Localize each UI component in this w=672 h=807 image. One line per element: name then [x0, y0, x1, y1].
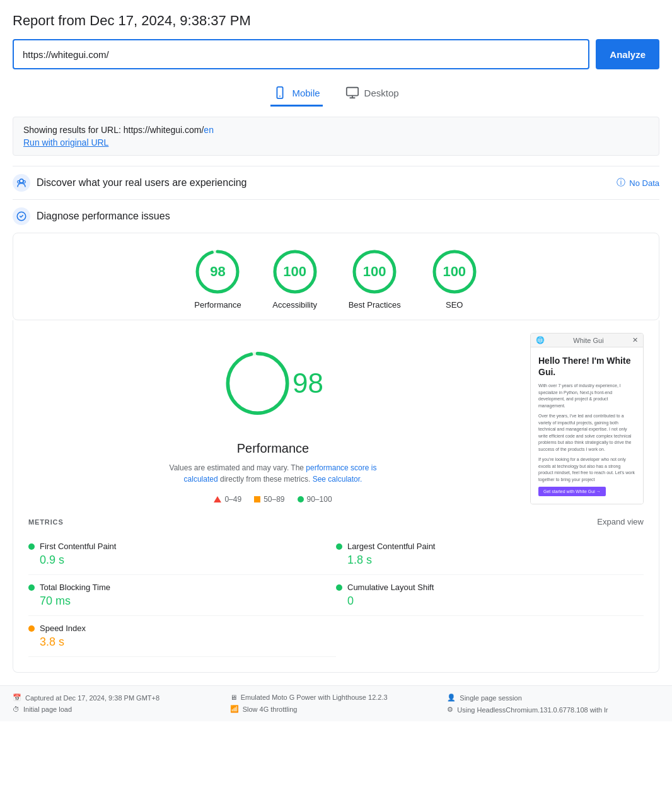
metric-tbt-name-row: Total Blocking Time — [28, 583, 336, 592]
info-text-prefix: Showing results for URL: https://whitegu… — [23, 125, 204, 135]
big-performance-ring — [223, 333, 293, 434]
score-accessibility[interactable]: 100 Accessibility — [272, 248, 318, 310]
metric-cls-name-row: Cumulative Layout Shift — [336, 583, 644, 592]
diagnose-title: Diagnose performance issues — [37, 211, 170, 222]
metric-si: Speed Index 3.8 s — [28, 616, 336, 657]
metrics-label: METRICS — [28, 518, 64, 526]
timer-icon: ⏱ — [13, 705, 20, 713]
svg-point-1 — [279, 96, 281, 97]
perf-desc: Values are estimated and may vary. The p… — [166, 462, 380, 485]
footer-captured-text: Captured at Dec 17, 2024, 9:38 PM GMT+8 — [25, 694, 159, 702]
footer-emulated: 🖥 Emulated Moto G Power with Lighthouse … — [230, 694, 443, 701]
tab-mobile[interactable]: Mobile — [270, 81, 322, 107]
run-original-url-link[interactable]: Run with original URL — [23, 137, 649, 148]
no-data-badge: No Data — [629, 178, 659, 188]
score-best-practices[interactable]: 100 Best Practices — [349, 248, 401, 310]
info-banner: Showing results for URL: https://whitegu… — [13, 117, 659, 156]
metric-lcp-value: 1.8 s — [347, 554, 644, 567]
metric-lcp-label: Largest Contentful Paint — [347, 542, 435, 551]
screenshot-cta-button[interactable]: Get started with White Gui → — [538, 487, 606, 496]
metric-lcp: Largest Contentful Paint 1.8 s — [336, 534, 644, 575]
see-calculator-link[interactable]: See calculator. — [313, 475, 362, 484]
metric-lcp-name-row: Largest Contentful Paint — [336, 542, 644, 551]
metrics-grid: First Contentful Paint 0.9 s Largest Con… — [28, 534, 644, 657]
screenshot-body1: With over 7 years of industry experience… — [538, 383, 635, 409]
legend-poor: 0–49 — [214, 495, 241, 504]
url-input[interactable] — [13, 39, 589, 69]
big-performance-value: 98 — [293, 368, 323, 399]
screenshot-site-name: White Gui — [573, 337, 603, 344]
metric-si-value: 3.8 s — [40, 636, 336, 649]
screenshot-close: ✕ — [632, 336, 638, 344]
metric-si-dot — [28, 625, 35, 632]
metric-cls-value: 0 — [347, 595, 644, 608]
desktop-tab-label: Desktop — [364, 88, 399, 98]
legend-row: 0–49 50–89 90–100 — [214, 495, 332, 504]
screenshot-site-icon: 🌐 — [536, 336, 545, 344]
legend-poor-range: 0–49 — [224, 495, 241, 504]
metric-tbt-label: Total Blocking Time — [40, 583, 110, 592]
perf-desc-prefix: Values are estimated and may vary. The — [170, 463, 306, 472]
accessibility-circle: 100 — [272, 248, 318, 295]
screenshot-heading: Hello There! I'm White Gui. — [538, 355, 635, 378]
footer-captured: 📅 Captured at Dec 17, 2024, 9:38 PM GMT+… — [13, 694, 225, 702]
perf-main: 98 Performance Values are estimated and … — [28, 333, 644, 504]
no-data-area: ⓘ No Data — [617, 177, 659, 189]
metric-fcp-name-row: First Contentful Paint — [28, 542, 336, 551]
best-practices-label: Best Practices — [349, 300, 401, 310]
metric-lcp-dot — [336, 543, 342, 550]
desktop-icon — [345, 86, 359, 100]
monitor-icon: 🖥 — [230, 694, 237, 701]
real-users-title: Discover what your real users are experi… — [37, 177, 246, 189]
svg-point-3 — [20, 179, 23, 183]
metric-tbt: Total Blocking Time 70 ms — [28, 575, 336, 616]
accessibility-score: 100 — [283, 264, 306, 280]
seo-circle: 100 — [431, 248, 478, 295]
footer-initial-load: ⏱ Initial page load — [13, 705, 225, 713]
tab-desktop[interactable]: Desktop — [343, 81, 402, 107]
perf-desc-end: directly from these metrics. — [218, 475, 313, 484]
score-performance[interactable]: 98 Performance — [194, 248, 241, 310]
chrome-icon: ⚙ — [447, 705, 453, 714]
legend-dot-icon — [298, 496, 304, 502]
footer-throttling-text: Slow 4G throttling — [243, 705, 298, 713]
report-title: Report from Dec 17, 2024, 9:38:37 PM — [13, 13, 659, 29]
svg-point-5 — [23, 181, 26, 183]
footer-emulated-text: Emulated Moto G Power with Lighthouse 12… — [241, 694, 388, 701]
metric-tbt-dot — [28, 584, 35, 591]
metric-cls-dot — [336, 584, 342, 591]
analyze-button[interactable]: Analyze — [596, 39, 659, 69]
info-link[interactable]: en — [204, 125, 214, 135]
svg-point-16 — [228, 354, 287, 413]
score-seo[interactable]: 100 SEO — [431, 248, 478, 310]
screenshot-body: Hello There! I'm White Gui. With over 7 … — [531, 347, 643, 504]
metrics-header: METRICS Expand view — [28, 517, 644, 526]
legend-triangle-icon — [214, 496, 221, 502]
footer-session-text: Single page session — [460, 694, 521, 702]
tabs-row: Mobile Desktop — [13, 81, 659, 107]
person-icon: 👤 — [447, 694, 456, 702]
footer-col-2: 🖥 Emulated Moto G Power with Lighthouse … — [230, 694, 443, 714]
screenshot-preview: 🌐 White Gui ✕ Hello There! I'm White Gui… — [530, 333, 644, 504]
footer-col-3: 👤 Single page session ⚙ Using HeadlessCh… — [447, 694, 659, 714]
metric-tbt-value: 70 ms — [40, 595, 336, 608]
legend-average-range: 50–89 — [264, 495, 284, 504]
mobile-tab-label: Mobile — [292, 88, 320, 98]
accessibility-label: Accessibility — [272, 300, 317, 310]
real-users-section: Discover what your real users are experi… — [13, 166, 659, 199]
calendar-icon: 📅 — [13, 694, 21, 702]
real-users-icon — [13, 174, 30, 192]
footer-bar: 📅 Captured at Dec 17, 2024, 9:38 PM GMT+… — [0, 685, 672, 721]
expand-view-button[interactable]: Expand view — [597, 517, 644, 526]
perf-title: Performance — [237, 441, 310, 456]
footer-col-1: 📅 Captured at Dec 17, 2024, 9:38 PM GMT+… — [13, 694, 225, 714]
svg-rect-0 — [277, 87, 283, 98]
metric-fcp-dot — [28, 543, 35, 550]
metrics-section: METRICS Expand view First Contentful Pai… — [28, 517, 644, 657]
diagnose-icon — [13, 207, 30, 225]
metric-cls: Cumulative Layout Shift 0 — [336, 575, 644, 616]
best-practices-score: 100 — [363, 264, 386, 280]
legend-good-range: 90–100 — [307, 495, 332, 504]
metric-cls-label: Cumulative Layout Shift — [347, 583, 434, 592]
legend-average: 50–89 — [254, 495, 284, 504]
